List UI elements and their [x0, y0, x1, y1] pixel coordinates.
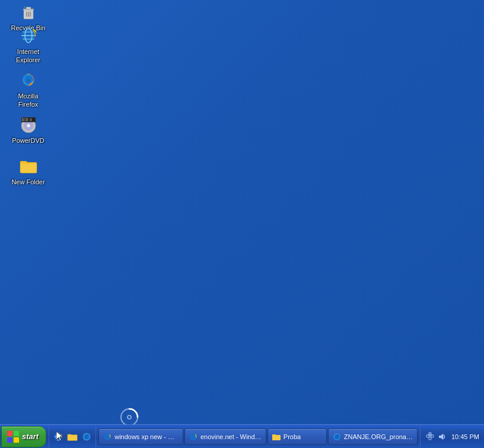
taskbar-btn-enovine-label: enovine.net - Windo...	[200, 433, 262, 440]
taskbar-btn-enovine[interactable]: enovine.net - Windo...	[184, 428, 266, 445]
svg-rect-25	[22, 120, 23, 121]
taskbar-btn-windows-xp[interactable]: windows xp new - Wi...	[98, 428, 183, 445]
svg-rect-26	[26, 118, 27, 119]
svg-rect-5	[23, 9, 34, 10]
svg-rect-33	[7, 437, 12, 443]
svg-rect-44	[429, 437, 431, 440]
svg-rect-21	[23, 119, 25, 121]
svg-rect-45	[426, 435, 429, 437]
svg-rect-24	[22, 118, 23, 119]
taskbar-btn-proba[interactable]: Proba	[268, 428, 327, 445]
svg-point-39	[84, 434, 89, 439]
desktop: Recycle Bin Internet Explorer	[0, 0, 484, 424]
svg-point-15	[26, 78, 31, 83]
svg-rect-34	[14, 437, 19, 443]
firefox-label: Mozilla Firefox	[8, 92, 48, 109]
svg-marker-52	[439, 434, 443, 440]
mozilla-firefox-icon[interactable]: Mozilla Firefox	[6, 68, 50, 111]
svg-rect-32	[14, 431, 19, 436]
powerdvd-label: PowerDVD	[8, 136, 48, 145]
ql-firefox-icon[interactable]	[80, 430, 93, 443]
system-clock[interactable]: 10:45 PM	[449, 433, 479, 440]
svg-point-29	[128, 415, 131, 419]
internet-explorer-icon[interactable]: Internet Explorer	[6, 24, 50, 67]
powerdvd-icon[interactable]: PowerDVD	[6, 113, 50, 147]
mouse-cursor	[56, 431, 63, 444]
svg-rect-22	[26, 119, 28, 121]
new-folder-label: New Folder	[8, 178, 48, 186]
taskbar-btn-znanje[interactable]: ZNANJE.ORG_pronad...	[328, 428, 418, 445]
taskbar: start	[0, 424, 484, 448]
svg-rect-31	[7, 431, 12, 436]
svg-rect-46	[431, 435, 434, 437]
taskbar-btn-znanje-label: ZNANJE.ORG_pronad...	[344, 433, 413, 440]
start-button[interactable]: start	[1, 426, 46, 447]
ql-folder-icon[interactable]	[66, 430, 79, 443]
ie-label: Internet Explorer	[8, 47, 48, 65]
svg-point-19	[27, 125, 29, 127]
svg-rect-27	[26, 120, 27, 121]
start-label: start	[22, 432, 39, 441]
tray-volume-icon[interactable]	[437, 432, 447, 441]
taskbar-btn-windows-xp-label: windows xp new - Wi...	[114, 433, 179, 440]
svg-rect-6	[26, 7, 31, 9]
taskbar-btn-proba-label: Proba	[284, 433, 301, 440]
new-folder-icon[interactable]: New Folder	[6, 154, 50, 188]
system-tray: 10:45 PM	[420, 425, 484, 448]
taskbar-buttons-area: windows xp new - Wi... enovine.net - Win…	[96, 425, 420, 448]
svg-marker-30	[56, 431, 63, 441]
tray-network-icon[interactable]	[425, 432, 435, 441]
svg-rect-23	[30, 119, 32, 121]
